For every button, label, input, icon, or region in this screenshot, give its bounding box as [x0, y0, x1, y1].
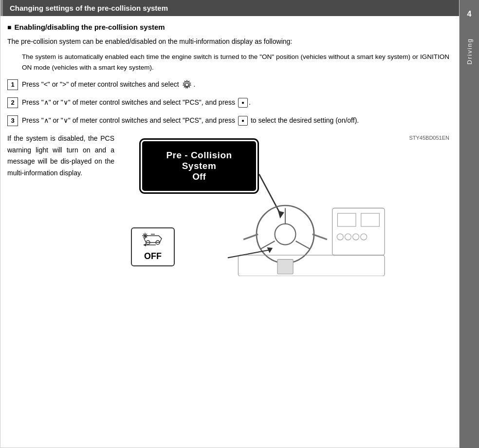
indented-paragraph: The system is automatically enabled each…	[22, 52, 449, 73]
main-content: Changing settings of the pre-collision s…	[0, 0, 460, 448]
step-2-row: 2 Press "∧" or "∨" of meter control swit…	[7, 97, 449, 108]
step-2-text: Press "∧" or "∨" of meter control switch…	[22, 97, 251, 108]
intro-paragraph: The pre-collision system can be enabled/…	[7, 36, 449, 47]
svg-line-6	[261, 241, 275, 249]
sidebar-label: Driving	[466, 38, 473, 64]
svg-point-14	[353, 234, 359, 240]
svg-line-7	[295, 241, 310, 249]
step-1-number: 1	[7, 79, 18, 90]
image-wrapper: Pre - Collision System Off	[121, 135, 449, 276]
svg-line-16	[243, 234, 258, 240]
page-header: Changing settings of the pre-collision s…	[0, 0, 459, 16]
step-1-text: Press "<" or ">" of meter control switch…	[22, 79, 195, 90]
dot-button-step3: ●	[238, 116, 248, 126]
svg-marker-2	[278, 211, 284, 219]
svg-marker-19	[267, 247, 273, 253]
svg-line-1	[259, 174, 280, 213]
svg-rect-9	[332, 208, 385, 255]
page-number: 4	[467, 10, 472, 19]
svg-point-15	[361, 234, 367, 240]
svg-point-4	[275, 224, 296, 244]
svg-rect-20	[277, 260, 293, 274]
svg-point-3	[257, 205, 314, 263]
bottom-left-text: If the system is disabled, the PCS warni…	[7, 133, 114, 276]
step-3-text: Press "∧" or "∨" of meter control switch…	[22, 115, 359, 126]
step-3-row: 3 Press "∧" or "∨" of meter control swit…	[7, 115, 449, 126]
content-area: Enabling/disabling the pre-collision sys…	[0, 16, 459, 283]
svg-rect-8	[238, 255, 385, 276]
bottom-section: If the system is disabled, the PCS warni…	[7, 133, 449, 276]
svg-rect-11	[361, 213, 380, 226]
step-1-row: 1 Press "<" or ">" of meter control swit…	[7, 79, 449, 90]
display-screen: Pre - Collision System Off	[141, 140, 258, 192]
svg-line-17	[313, 234, 327, 240]
section-title: Enabling/disabling the pre-collision sys…	[7, 23, 449, 31]
svg-point-13	[345, 234, 351, 240]
gear-icon	[182, 79, 192, 90]
svg-marker-30	[143, 243, 146, 246]
step-3-number: 3	[7, 115, 18, 126]
sidebar: 4 Driving	[460, 0, 479, 448]
dot-button-step2: ●	[238, 98, 248, 108]
header-title: Changing settings of the pre-collision s…	[10, 4, 168, 12]
car-cross-icon	[141, 232, 165, 249]
right-image: Pre - Collision System Off	[121, 133, 449, 276]
step-2-number: 2	[7, 97, 18, 108]
display-line1: Pre - Collision System	[157, 150, 241, 171]
svg-point-12	[337, 234, 343, 240]
off-badge: OFF	[131, 227, 175, 266]
display-line2: Off	[157, 171, 241, 182]
svg-line-18	[228, 250, 270, 258]
svg-rect-10	[337, 213, 356, 226]
off-text: OFF	[144, 251, 162, 261]
